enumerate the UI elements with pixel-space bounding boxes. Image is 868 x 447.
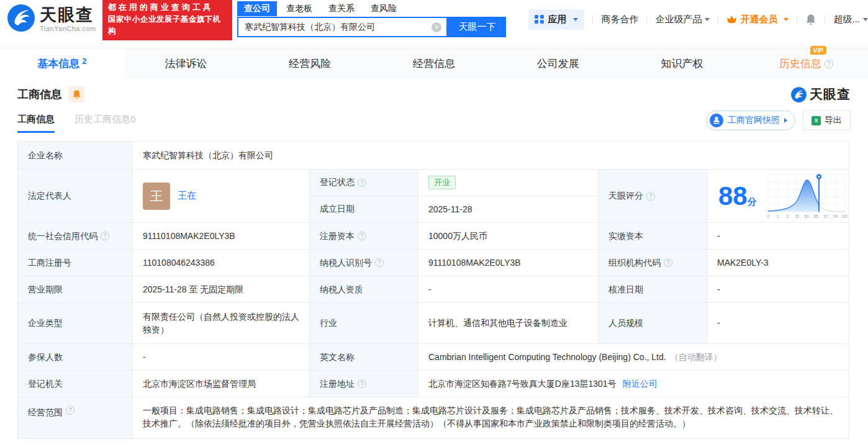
export-button[interactable]: 导出 bbox=[803, 111, 851, 130]
tianyancha-company-page: 天眼查 TianYanCha.com 都在用的商业查询工具 国家中小企业发展子基… bbox=[0, 0, 868, 447]
apps-grid-icon bbox=[535, 15, 544, 24]
reg-status-label: 登记状态 bbox=[310, 169, 418, 196]
insured-count-value: - bbox=[133, 344, 310, 370]
nearby-companies-link[interactable]: 附近公司 bbox=[623, 377, 658, 391]
svg-text:50: 50 bbox=[804, 214, 809, 219]
search-input-wrap bbox=[237, 17, 448, 37]
search-input[interactable] bbox=[238, 18, 446, 36]
subscribe-bell-icon[interactable] bbox=[68, 86, 84, 102]
chevron-down-icon bbox=[705, 18, 710, 21]
clear-search-icon[interactable] bbox=[432, 22, 441, 32]
excel-icon bbox=[811, 116, 821, 125]
status-badge: 开业 bbox=[428, 176, 456, 189]
search-tab-relation[interactable]: 查关系 bbox=[322, 1, 361, 16]
apps-menu[interactable]: 应用 bbox=[528, 9, 584, 30]
help-icon[interactable] bbox=[664, 258, 672, 267]
official-snapshot-button[interactable]: 工商官网快照 bbox=[706, 111, 795, 130]
search-block: 查公司 查老板 查关系 查风险 天眼一下 bbox=[237, 1, 506, 37]
nav-enterprise-product[interactable]: 企业级产品 bbox=[655, 14, 710, 25]
svg-text:97: 97 bbox=[823, 214, 828, 219]
section-title: 工商信息 bbox=[17, 87, 62, 102]
divider bbox=[646, 15, 647, 24]
tab-operation-risk[interactable]: 经营风险 bbox=[248, 48, 372, 79]
chevron-down-icon bbox=[784, 18, 789, 21]
english-name-value: Cambrian Intelligent Computing Technolog… bbox=[418, 344, 849, 370]
business-term-label: 营业期限 bbox=[18, 276, 133, 302]
reg-number-value: 110108046243386 bbox=[133, 250, 310, 276]
main-content: 工商信息 天眼查 工商信息 历史工商信息0 bbox=[0, 86, 868, 439]
credit-code-value: 91110108MAK2E0LY3B bbox=[133, 223, 310, 249]
help-icon[interactable] bbox=[358, 178, 366, 187]
help-icon[interactable] bbox=[825, 60, 833, 68]
help-icon[interactable] bbox=[375, 258, 384, 267]
tab-history-info[interactable]: 历史信息 VIP bbox=[744, 48, 868, 79]
legal-rep-link[interactable]: 王在 bbox=[178, 189, 196, 203]
help-icon[interactable] bbox=[358, 232, 366, 240]
search-tab-company[interactable]: 查公司 bbox=[237, 1, 277, 16]
score-label: 天眼评分 bbox=[599, 169, 707, 222]
table-row: 工商注册号 110108046243386 纳税人识别号 91110108MAK… bbox=[18, 250, 849, 276]
table-row: 登记机关 北京市海淀区市场监督管理局 注册地址 北京市海淀区知春路7号致真大厦D… bbox=[18, 371, 849, 397]
search-tab-risk[interactable]: 查风险 bbox=[364, 1, 404, 16]
tab-company-development[interactable]: 公司发展 bbox=[496, 48, 620, 79]
help-icon[interactable] bbox=[101, 232, 109, 240]
subtab-business-info[interactable]: 工商信息 bbox=[17, 114, 55, 133]
nav-super-vip[interactable]: 超级... bbox=[833, 14, 868, 25]
taxpayer-quality-value: - bbox=[418, 276, 599, 302]
search-tab-boss[interactable]: 查老板 bbox=[279, 1, 319, 16]
tab-intellectual-property[interactable]: 知识产权 bbox=[620, 48, 744, 79]
tianyancha-logo[interactable]: 天眼查 TianYanCha.com bbox=[6, 3, 96, 35]
industry-value: 计算机、通信和其他电子设备制造业 bbox=[418, 303, 599, 343]
divider bbox=[825, 15, 825, 24]
tab-legal-lawsuit[interactable]: 法律诉讼 bbox=[124, 48, 248, 79]
established-value: 2025-11-28 bbox=[418, 196, 598, 222]
tab-operation-info[interactable]: 经营信息 bbox=[372, 48, 496, 79]
help-icon[interactable] bbox=[358, 379, 366, 388]
chevron-down-icon bbox=[863, 18, 868, 21]
org-code-value: MAK2E0LY-3 bbox=[707, 250, 849, 276]
top-header: 天眼查 TianYanCha.com 都在用的商业查询工具 国家中小企业发展子基… bbox=[0, 0, 868, 38]
company-name-label: 企业名称 bbox=[18, 142, 133, 169]
help-icon[interactable] bbox=[66, 406, 75, 415]
apps-label: 应用 bbox=[548, 14, 566, 25]
brand-domain: TianYanCha.com bbox=[40, 25, 96, 32]
table-row: 经营范围 一般项目：集成电路销售；集成电路设计；集成电路芯片及产品制造；集成电路… bbox=[18, 397, 849, 439]
brand-slogan-banner: 都在用的商业查询工具 国家中小企业发展子基金旗下机构 bbox=[102, 0, 232, 40]
slogan-line2: 国家中小企业发展子基金旗下机构 bbox=[108, 14, 227, 38]
company-type-value: 有限责任公司（自然人投资或控股的法人独资） bbox=[133, 303, 310, 343]
org-code-label: 组织机构代码 bbox=[599, 250, 707, 276]
tab-badge-count: 2 bbox=[82, 56, 86, 66]
business-term-value: 2025-11-28 至 无固定期限 bbox=[133, 276, 310, 302]
industry-label: 行业 bbox=[310, 303, 418, 343]
taxpayer-quality-label: 纳税人资质 bbox=[310, 276, 418, 302]
taxpayer-id-value: 91110108MAK2E0LY3B bbox=[418, 250, 599, 276]
staff-size-value: - bbox=[707, 303, 849, 343]
tianyancha-logo-icon bbox=[6, 3, 36, 35]
business-info-table: 企业名称 寒武纪智算科技（北京）有限公司 法定代表人 王 王在 登记状态 成立日… bbox=[17, 141, 849, 439]
tab-basic-info[interactable]: 基本信息 2 bbox=[0, 48, 124, 79]
vip-badge: VIP bbox=[810, 46, 826, 55]
nav-biz-cooperation[interactable]: 商务合作 bbox=[601, 14, 638, 25]
legal-rep-label: 法定代表人 bbox=[18, 169, 133, 222]
divider bbox=[592, 15, 593, 24]
nav-open-vip[interactable]: 开通会员 bbox=[726, 14, 789, 25]
notification-bell-icon[interactable] bbox=[805, 14, 816, 25]
legal-rep-avatar[interactable]: 王 bbox=[143, 183, 170, 210]
reg-address-value: 北京市海淀区知春路7号致真大厦D座13层1301号 附近公司 bbox=[418, 371, 849, 397]
reg-authority-value: 北京市海淀区市场监督管理局 bbox=[133, 371, 310, 397]
subtab-history-business-info[interactable]: 历史工商信息0 bbox=[75, 114, 135, 133]
credit-code-label: 统一社会信用代码 bbox=[18, 223, 133, 249]
search-tabs: 查公司 查老板 查关系 查风险 bbox=[237, 1, 506, 16]
legal-rep-cell: 王 王在 bbox=[133, 169, 310, 222]
reg-capital-label: 注册资本 bbox=[310, 223, 418, 249]
score-axis-ticks: 0 1 3 15 50 85 97 99 100 bbox=[767, 214, 848, 219]
svg-text:1: 1 bbox=[776, 214, 779, 219]
approval-date-label: 核准日期 bbox=[599, 276, 707, 302]
arrow-right-icon bbox=[784, 118, 787, 123]
help-icon[interactable] bbox=[646, 192, 655, 201]
watermark-logo: 天眼查 bbox=[790, 86, 851, 103]
established-label: 成立日期 bbox=[310, 196, 418, 222]
search-button[interactable]: 天眼一下 bbox=[448, 17, 506, 37]
divider bbox=[797, 15, 797, 24]
english-name-label: 英文名称 bbox=[310, 344, 418, 370]
